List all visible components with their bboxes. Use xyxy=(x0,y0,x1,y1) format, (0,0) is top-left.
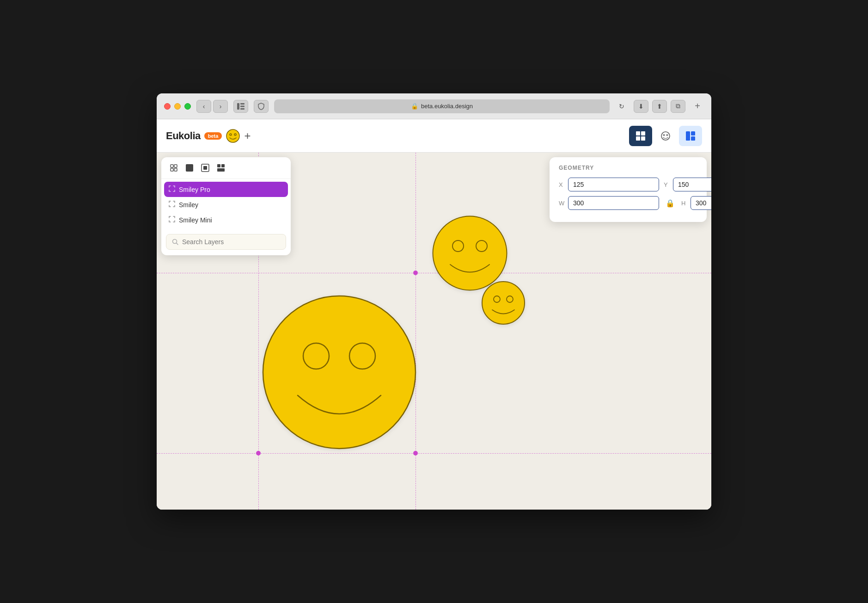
add-icon: + xyxy=(244,129,251,142)
svg-rect-29 xyxy=(174,168,177,171)
layers-panel: Smiley Pro Smiley xyxy=(161,157,291,255)
layer-resize-icon-3 xyxy=(169,216,175,224)
layer-item-smiley-mini[interactable]: Smiley Mini xyxy=(164,212,288,228)
lock-aspect-icon[interactable]: 🔒 xyxy=(666,199,675,208)
svg-rect-35 xyxy=(217,168,225,172)
x-input[interactable] xyxy=(568,178,659,191)
layer-smiley-pro-label: Smiley Pro xyxy=(179,186,210,193)
svg-line-37 xyxy=(177,243,178,245)
svg-point-12 xyxy=(663,134,665,135)
canvas-area[interactable]: Smiley Pro Smiley xyxy=(157,153,711,510)
layer-item-smiley-pro[interactable]: Smiley Pro xyxy=(164,182,288,197)
workspace[interactable]: Smiley Pro Smiley xyxy=(157,153,711,510)
selection-handle-top-right[interactable] xyxy=(413,271,418,275)
h-input[interactable] xyxy=(691,196,711,210)
geometry-panel: GEOMETRY X Y ° xyxy=(550,157,707,222)
x-label: X xyxy=(559,181,565,188)
smiley-pro-svg xyxy=(256,289,422,455)
browser-window: ‹ › 🔒 beta.eukolia.design ↻ ⬇ ⬆ ⧉ + xyxy=(157,93,711,510)
svg-rect-16 xyxy=(691,136,695,141)
nav-buttons: ‹ › xyxy=(196,100,228,113)
url-text: beta.eukolia.design xyxy=(421,103,473,110)
sidebar-toggle-button[interactable] xyxy=(233,100,248,113)
svg-rect-0 xyxy=(237,103,239,110)
browser-chrome: ‹ › 🔒 beta.eukolia.design ↻ ⬇ ⬆ ⧉ + xyxy=(157,93,711,119)
maximize-button[interactable] xyxy=(184,103,191,110)
svg-rect-28 xyxy=(171,168,173,171)
geometry-title: GEOMETRY xyxy=(559,165,697,171)
layers-list: Smiley Pro Smiley xyxy=(161,179,291,230)
svg-rect-2 xyxy=(240,105,245,107)
logo-area: Eukolia beta + xyxy=(166,129,251,143)
add-component-button[interactable]: + xyxy=(226,129,251,143)
comment-button[interactable] xyxy=(654,126,677,146)
svg-rect-14 xyxy=(686,131,690,141)
y-field: Y xyxy=(664,178,711,191)
svg-point-17 xyxy=(263,296,416,449)
svg-rect-15 xyxy=(691,131,695,135)
traffic-lights xyxy=(164,103,191,110)
minimize-button[interactable] xyxy=(174,103,181,110)
lock-icon: 🔒 xyxy=(411,103,418,110)
layer-smiley-label: Smiley xyxy=(179,201,198,209)
search-area xyxy=(161,230,291,255)
forward-button[interactable]: › xyxy=(213,100,228,113)
search-wrapper[interactable] xyxy=(166,234,286,250)
svg-point-13 xyxy=(666,134,668,135)
geometry-row-wh: W 🔒 H xyxy=(559,196,697,210)
app-header: Eukolia beta + xyxy=(157,119,711,153)
svg-rect-1 xyxy=(240,103,245,105)
shield-button[interactable] xyxy=(254,100,269,113)
layer-tool-1[interactable] xyxy=(167,162,181,174)
search-layers-input[interactable] xyxy=(182,238,280,246)
new-tab-button[interactable]: + xyxy=(691,100,704,113)
smiley-mini[interactable] xyxy=(480,280,526,328)
logo-text: Eukolia xyxy=(166,130,201,142)
h-field: H xyxy=(681,196,711,210)
layers-toolbar xyxy=(161,157,291,179)
svg-point-23 xyxy=(482,282,525,324)
svg-rect-3 xyxy=(240,108,245,110)
svg-rect-9 xyxy=(636,136,640,141)
layer-item-smiley[interactable]: Smiley xyxy=(164,197,288,212)
w-input[interactable] xyxy=(568,196,659,210)
y-label: Y xyxy=(664,181,670,188)
x-field: X xyxy=(559,178,659,191)
layer-smiley-mini-label: Smiley Mini xyxy=(179,216,212,224)
layout-button[interactable] xyxy=(679,126,702,146)
svg-point-4 xyxy=(226,129,239,142)
h-label: H xyxy=(681,200,688,207)
svg-rect-27 xyxy=(174,165,177,167)
reload-button[interactable]: ↻ xyxy=(615,100,628,113)
duplicate-button[interactable]: ⧉ xyxy=(671,100,685,113)
download-button[interactable]: ⬇ xyxy=(634,100,648,113)
smiley-add-icon xyxy=(226,129,240,143)
w-label: W xyxy=(559,200,565,207)
guide-line-bottom xyxy=(157,453,711,454)
svg-rect-30 xyxy=(186,164,193,172)
browser-actions: ⬇ ⬆ ⧉ xyxy=(634,100,685,113)
header-right xyxy=(629,126,702,146)
app-content: Eukolia beta + xyxy=(157,119,711,510)
svg-rect-26 xyxy=(171,165,173,167)
close-button[interactable] xyxy=(164,103,171,110)
svg-point-11 xyxy=(661,132,670,140)
layer-resize-icon-2 xyxy=(169,201,175,209)
layer-tool-2[interactable] xyxy=(183,162,196,174)
y-input[interactable] xyxy=(673,178,711,191)
beta-badge: beta xyxy=(204,132,222,140)
back-button[interactable]: ‹ xyxy=(196,100,211,113)
grid-view-button[interactable] xyxy=(629,126,652,146)
url-bar[interactable]: 🔒 beta.eukolia.design xyxy=(274,99,610,113)
smiley-pro[interactable] xyxy=(256,289,422,457)
svg-rect-8 xyxy=(641,131,645,135)
svg-rect-33 xyxy=(217,164,220,167)
svg-rect-32 xyxy=(203,166,207,170)
svg-point-20 xyxy=(433,216,507,290)
w-field: W xyxy=(559,196,659,210)
layer-tool-4[interactable] xyxy=(214,162,228,174)
layer-tool-3[interactable] xyxy=(198,162,212,174)
geometry-row-xy: X Y ° xyxy=(559,178,697,191)
share-button[interactable]: ⬆ xyxy=(652,100,667,113)
svg-rect-7 xyxy=(636,131,640,135)
